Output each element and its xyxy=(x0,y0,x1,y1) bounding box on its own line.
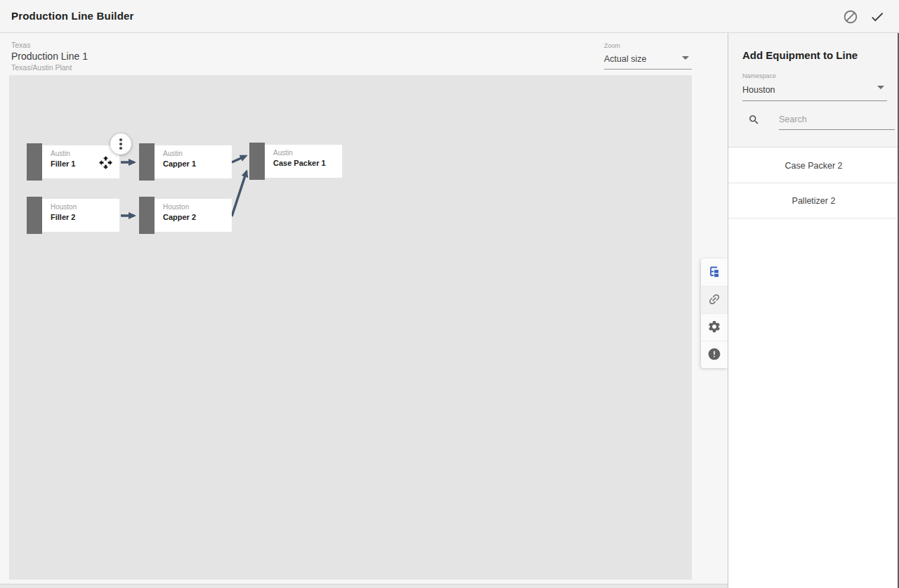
node-handle-bar[interactable] xyxy=(27,197,42,234)
namespace-select[interactable]: Namespace Houston xyxy=(742,72,887,101)
node-namespace: Houston xyxy=(51,202,119,212)
canvas-tool-rail xyxy=(701,259,728,368)
block-icon xyxy=(843,9,858,27)
page-title: Production Line Builder xyxy=(11,10,134,22)
confirm-button[interactable] xyxy=(868,8,886,27)
line-meta: Texas Production Line 1 Texas/Austin Pla… xyxy=(11,41,88,72)
cancel-button[interactable] xyxy=(841,8,860,27)
connections-button[interactable] xyxy=(701,286,728,313)
node-handle-bar[interactable] xyxy=(139,143,155,181)
node-namespace: Austin xyxy=(163,149,232,159)
chevron-down-icon xyxy=(682,56,689,60)
alert-icon xyxy=(707,347,721,363)
search-input[interactable] xyxy=(779,114,895,130)
settings-icon xyxy=(707,320,721,336)
line-path-label: Texas/Austin Plant xyxy=(11,63,88,72)
line-name-label: Production Line 1 xyxy=(11,50,88,63)
move-cursor-icon xyxy=(98,155,113,170)
node-handle-bar[interactable] xyxy=(249,143,265,180)
zoom-select[interactable]: Zoom Actual size xyxy=(604,42,692,70)
settings-button[interactable] xyxy=(701,313,728,341)
hierarchy-view-button[interactable] xyxy=(701,259,728,286)
node-name: Filler 2 xyxy=(51,212,119,223)
node-namespace: Houston xyxy=(163,202,232,212)
app-header: Production Line Builder xyxy=(0,0,899,33)
node-menu-button[interactable] xyxy=(110,133,131,155)
horizontal-scrollbar[interactable] xyxy=(0,584,728,588)
hierarchy-icon xyxy=(707,264,721,280)
panel-title: Add Equipment to Line xyxy=(742,49,858,61)
node-name: Capper 1 xyxy=(163,159,232,169)
node-handle-bar[interactable] xyxy=(139,197,155,234)
namespace-select-value: Houston xyxy=(742,85,775,95)
equipment-list: Case Packer 2 Palletizer 2 xyxy=(728,148,899,218)
equipment-list-item[interactable]: Palletizer 2 xyxy=(728,183,899,218)
node-card: Austin Case Packer 1 xyxy=(265,145,342,178)
add-equipment-header-section: Add Equipment to Line Namespace Houston xyxy=(728,33,899,148)
chevron-down-icon xyxy=(877,86,884,89)
node-capper-1[interactable]: Austin Capper 1 xyxy=(139,143,232,181)
node-card: Houston Filler 2 xyxy=(42,199,119,232)
alerts-button[interactable] xyxy=(701,341,728,368)
link-icon xyxy=(707,292,721,308)
builder-main-area: Texas Production Line 1 Texas/Austin Pla… xyxy=(0,33,728,588)
zoom-select-value: Actual size xyxy=(604,54,646,64)
node-filler-2[interactable]: Houston Filler 2 xyxy=(27,197,119,234)
line-namespace-label: Texas xyxy=(11,41,88,50)
node-card: Austin Capper 1 xyxy=(155,145,232,178)
zoom-select-label: Zoom xyxy=(604,42,692,49)
node-capper-2[interactable]: Houston Capper 2 xyxy=(139,197,232,234)
add-equipment-panel: Add Equipment to Line Namespace Houston … xyxy=(728,33,899,588)
node-name: Case Packer 1 xyxy=(273,158,342,169)
equipment-list-item[interactable]: Case Packer 2 xyxy=(728,148,899,183)
node-name: Capper 2 xyxy=(163,212,232,223)
namespace-select-label: Namespace xyxy=(742,72,887,79)
node-namespace: Austin xyxy=(273,148,342,158)
line-canvas[interactable]: Austin Filler 1 Austin Capper 1 Austin C… xyxy=(9,75,692,580)
check-icon xyxy=(870,9,885,27)
node-case-packer-1[interactable]: Austin Case Packer 1 xyxy=(249,143,342,180)
node-handle-bar[interactable] xyxy=(27,143,42,181)
node-card: Houston Capper 2 xyxy=(155,199,232,232)
search-icon xyxy=(748,114,760,126)
